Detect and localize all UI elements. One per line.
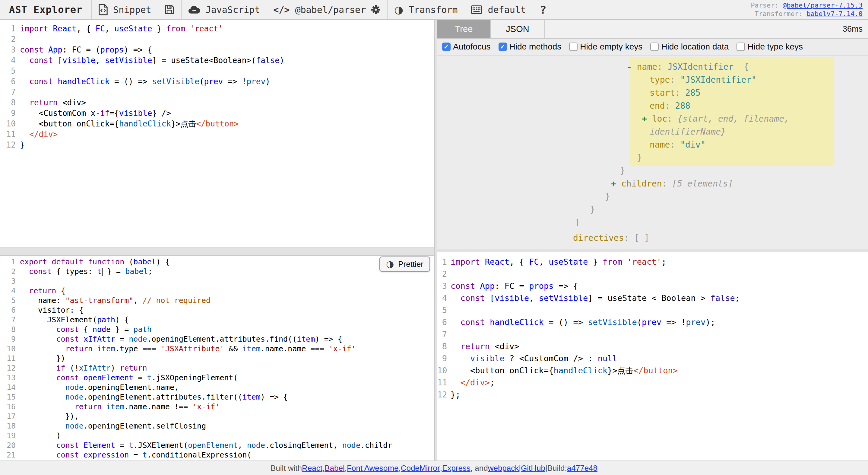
code-line: 18 node.openingElement.selfClosing	[0, 421, 434, 431]
checkbox[interactable]	[569, 42, 578, 51]
tree-token: start	[650, 88, 675, 98]
parse-timing: 36ms	[843, 20, 868, 38]
footer-link[interactable]: Font Awesome	[347, 464, 399, 473]
tab-tree[interactable]: Tree	[437, 20, 491, 38]
tree-node-row[interactable]: - name: JSXIdentifier {	[437, 60, 868, 73]
line-number: 6	[0, 305, 20, 315]
tree-token: 288	[675, 101, 690, 111]
option-label: Hide methods	[509, 42, 562, 52]
save-button[interactable]	[158, 0, 181, 20]
line-number: 3	[0, 44, 20, 55]
prettier-toggle-button[interactable]: ◑ Prettier	[379, 257, 430, 272]
footer-link[interactable]: a477e48	[567, 464, 597, 473]
checkbox[interactable]: ✓	[499, 42, 507, 51]
tree-node-row[interactable]: name: "div"	[437, 138, 868, 151]
code-line: 12}	[0, 140, 434, 150]
tree-token: }	[590, 205, 595, 214]
parser-settings-button[interactable]	[371, 5, 380, 14]
transform-editor-pane[interactable]: ◑ Prettier 1export default function (bab…	[0, 256, 434, 461]
output-editor-pane[interactable]: 1import React, { FC, useState } from 're…	[437, 252, 868, 461]
tree-token: :	[675, 88, 685, 98]
parser-version-link[interactable]: @babel/parser-7.15.3	[783, 1, 863, 9]
snippet-label: Snippet	[113, 4, 151, 15]
tree-token: +	[611, 179, 621, 188]
option-hide-type-keys[interactable]: Hide type keys	[737, 42, 803, 52]
tab-json[interactable]: JSON	[491, 20, 545, 38]
option-hide-empty-keys[interactable]: Hide empty keys	[569, 42, 642, 52]
language-select[interactable]: JavaScript	[182, 0, 267, 20]
line-number: 12	[437, 389, 451, 401]
line-number: 2	[0, 267, 20, 276]
code-text: return {	[20, 286, 65, 296]
tree-node-row[interactable]: }	[437, 203, 868, 216]
line-number: 8	[0, 325, 20, 334]
tree-node-row[interactable]: end: 288	[437, 99, 868, 112]
code-line: 2	[0, 34, 434, 44]
tree-node-row[interactable]: identifierName}	[437, 125, 868, 138]
parser-select[interactable]: </> @babel/parser	[267, 0, 387, 20]
line-number: 13	[0, 373, 20, 383]
code-text: name: "ast-transform", // not required	[20, 296, 211, 305]
tree-node-row[interactable]: + children: [5 elements]	[437, 177, 868, 190]
code-text: const [visible, setVisible] = useState<B…	[20, 55, 284, 66]
tree-token: name	[650, 140, 670, 150]
horizontal-split-handle[interactable]	[0, 247, 434, 256]
tree-token: }	[637, 153, 642, 162]
line-number: 11	[0, 129, 20, 140]
tree-node-row[interactable]: }	[437, 151, 868, 164]
vertical-split-handle[interactable]	[434, 20, 437, 461]
footer: Built with React, Babel, Font Awesome, C…	[0, 461, 868, 475]
tree-node-row[interactable]: directives: [ ]	[437, 232, 868, 244]
line-number: 16	[0, 402, 20, 412]
tree-token: -	[627, 62, 637, 72]
code-text: import React, { FC, useState } from 'rea…	[451, 256, 666, 268]
checkbox[interactable]: ✓	[442, 42, 451, 51]
code-line: 8 return <div>	[437, 340, 868, 353]
code-line: 11 })	[0, 354, 434, 363]
footer-link[interactable]: webpack	[488, 464, 519, 473]
code-line: 3	[0, 276, 434, 286]
line-number: 3	[0, 276, 20, 286]
option-label: Hide type keys	[747, 42, 803, 52]
transform-preset-select[interactable]: default	[464, 0, 532, 20]
tree-token: :	[657, 62, 668, 72]
horizontal-split-handle[interactable]	[437, 249, 868, 252]
tree-node-row[interactable]: + loc: {start, end, filename,	[437, 112, 868, 125]
code-text: return <div>	[451, 340, 519, 353]
tree-token: :	[670, 140, 680, 150]
tree-node-row[interactable]: }	[437, 164, 868, 177]
code-text: const expression = t.conditionalExpressi…	[20, 450, 251, 460]
option-hide-methods[interactable]: ✓Hide methods	[499, 42, 562, 52]
checkbox[interactable]	[650, 42, 659, 51]
footer-link[interactable]: CodeMirror	[401, 464, 440, 473]
checkbox[interactable]	[737, 42, 745, 51]
code-line: 1import React, { FC, useState } from 're…	[0, 24, 434, 34]
snippet-menu[interactable]: Snippet	[92, 0, 158, 20]
line-number: 7	[437, 328, 451, 340]
option-hide-location-data[interactable]: Hide location data	[650, 42, 728, 52]
code-line: 9 <CustomCom x-if={visible} />	[0, 108, 434, 119]
node-type-link: JSXIdentifier	[668, 62, 734, 72]
tree-token: name	[637, 62, 657, 72]
code-line: 8 return <div>	[0, 97, 434, 108]
code-text: )	[20, 431, 61, 441]
code-text: <CustomCom x-if={visible} />	[20, 108, 171, 119]
transformer-version-link[interactable]: babelv7-7.14.0	[807, 10, 863, 18]
code-text: visible ? <CustomCom /> : null	[451, 353, 617, 364]
footer-link[interactable]: GitHub	[521, 464, 545, 473]
help-button[interactable]: ?	[533, 4, 554, 16]
footer-link[interactable]: React	[302, 464, 322, 473]
footer-text: , and	[470, 464, 488, 473]
tree-node-row[interactable]: start: 285	[437, 86, 868, 99]
tree-node-row[interactable]: type: "JSXIdentifier"	[437, 73, 868, 86]
option-autofocus[interactable]: ✓Autofocus	[442, 42, 491, 52]
tree-node-row[interactable]: ]	[437, 216, 868, 229]
source-editor-pane[interactable]: 1import React, { FC, useState } from 're…	[0, 20, 434, 247]
code-line: 9 const xIfAttr = node.openingElement.at…	[0, 334, 434, 344]
tree-node-row[interactable]: }	[437, 190, 868, 203]
prettier-label: Prettier	[398, 260, 424, 269]
footer-link[interactable]: Express	[442, 464, 470, 473]
transform-toggle[interactable]: ◑ Transform	[388, 0, 464, 20]
line-number: 9	[437, 353, 451, 364]
footer-link[interactable]: Babel	[324, 464, 345, 473]
